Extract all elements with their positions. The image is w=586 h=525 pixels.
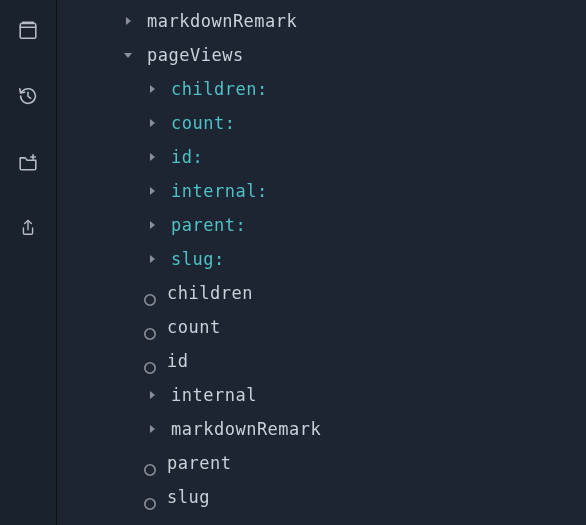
tree-row[interactable]: slug [57,480,586,514]
tree-row[interactable]: internal [57,378,586,412]
tree-row-label: internal: [171,174,268,208]
chevron-right-icon [143,185,161,197]
tree-row-label: id: [171,140,203,174]
tree-row[interactable]: markdownRemark [57,412,586,446]
tree-row-label: markdownRemark [147,4,297,38]
svg-point-5 [145,499,155,509]
tree-row[interactable]: count [57,310,586,344]
tree-row-label: pageViews [147,38,244,72]
tree-row-label: parent: [171,208,246,242]
leaf-icon [143,456,157,470]
svg-point-4 [145,465,155,475]
tree-row[interactable]: internal: [57,174,586,208]
tree-row-label: slug [167,480,210,514]
svg-point-3 [145,363,155,373]
docs-panel-icon[interactable] [16,18,40,42]
tree-row[interactable]: markdownRemark [57,4,586,38]
tree-row[interactable]: slug: [57,242,586,276]
leaf-icon [143,320,157,334]
chevron-right-icon [143,151,161,163]
chevron-right-icon [143,423,161,435]
chevron-right-icon [143,83,161,95]
tree-row-label: internal [171,378,257,412]
chevron-down-icon [119,49,137,61]
tree-row-label: markdownRemark [171,412,321,446]
chevron-right-icon [143,389,161,401]
tree-row[interactable]: id [57,344,586,378]
chevron-right-icon [143,117,161,129]
leaf-icon [143,354,157,368]
leaf-icon [143,286,157,300]
sidebar-iconbar [0,0,56,525]
tree-row[interactable]: pageViews [57,38,586,72]
share-icon[interactable] [16,216,40,240]
chevron-right-icon [143,219,161,231]
history-icon[interactable] [16,84,40,108]
svg-point-2 [145,329,155,339]
tree-row[interactable]: parent: [57,208,586,242]
tree-row-label: slug: [171,242,225,276]
chevron-right-icon [143,253,161,265]
tree-row-label: count: [171,106,235,140]
tree-row-label: id [167,344,188,378]
leaf-icon [143,490,157,504]
tree-row-label: children: [171,72,268,106]
tree-row-label: parent [167,446,231,480]
chevron-right-icon [119,15,137,27]
new-folder-icon[interactable] [16,150,40,174]
tree-row[interactable]: children [57,276,586,310]
schema-tree: markdownRemarkpageViewschildren:count:id… [57,0,586,525]
tree-row[interactable]: id: [57,140,586,174]
svg-rect-0 [20,24,36,39]
tree-row-label: count [167,310,221,344]
tree-row[interactable]: children: [57,72,586,106]
tree-row[interactable]: count: [57,106,586,140]
tree-row[interactable]: parent [57,446,586,480]
svg-point-1 [145,295,155,305]
tree-row-label: children [167,276,253,310]
